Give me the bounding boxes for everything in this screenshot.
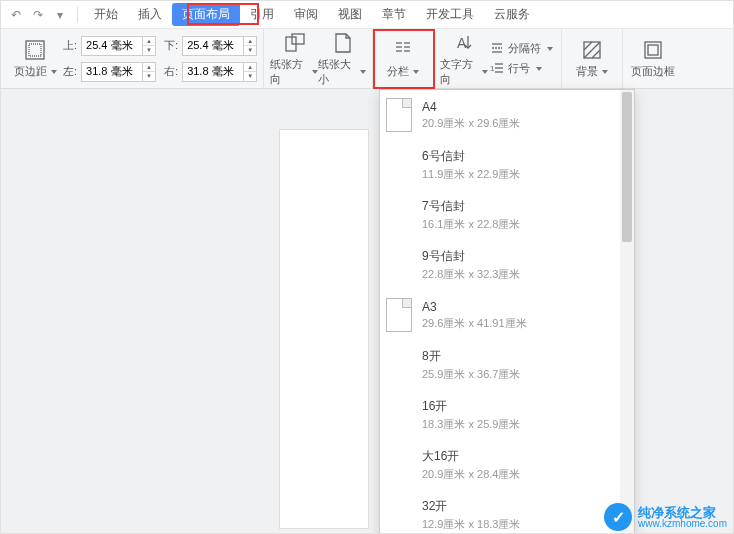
line-numbers-button[interactable]: 1 行号	[488, 61, 555, 77]
size-dimensions: 11.9厘米 x 22.9厘米	[422, 167, 520, 182]
text-direction-label: 文字方向	[440, 57, 478, 87]
text-direction-button[interactable]: A 文字方向	[440, 30, 488, 88]
svg-rect-1	[29, 44, 41, 56]
svg-text:1: 1	[490, 64, 495, 73]
page-icon	[386, 348, 412, 382]
size-dimensions: 22.8厘米 x 32.3厘米	[422, 267, 520, 282]
tab-page-layout[interactable]: 页面布局	[172, 3, 240, 26]
lineno-icon: 1	[490, 61, 504, 77]
paper-size-option[interactable]: A420.9厘米 x 29.6厘米	[380, 90, 634, 140]
caret-icon	[547, 47, 553, 51]
size-name: 16开	[422, 398, 520, 415]
margin-top-label: 上:	[63, 38, 77, 53]
caret-icon	[602, 70, 608, 74]
quick-more-icon[interactable]: ▾	[49, 4, 71, 26]
margins-label: 页边距	[14, 64, 47, 79]
svg-line-22	[592, 50, 600, 58]
background-button[interactable]: 背景	[568, 30, 616, 88]
paper-size-option[interactable]: 7号信封16.1厘米 x 22.8厘米	[380, 190, 634, 240]
background-label: 背景	[576, 64, 598, 79]
watermark-url: www.kzmhome.com	[638, 519, 727, 529]
size-name: A3	[422, 300, 527, 314]
page-icon	[386, 498, 412, 532]
columns-button[interactable]: 分栏	[379, 30, 427, 88]
size-dimensions: 18.3厘米 x 25.9厘米	[422, 417, 520, 432]
page-icon	[386, 248, 412, 282]
paper-size-option[interactable]: 32开12.9厘米 x 18.3厘米	[380, 490, 634, 534]
caret-icon	[51, 70, 57, 74]
size-name: 8开	[422, 348, 520, 365]
separator	[77, 7, 78, 23]
svg-line-20	[584, 42, 600, 58]
page-border-button[interactable]: 页面边框	[629, 30, 677, 88]
page-icon	[386, 448, 412, 482]
margin-bottom-input[interactable]: ▲▼	[182, 36, 257, 56]
paper-size-dropdown: A420.9厘米 x 29.6厘米6号信封11.9厘米 x 22.9厘米7号信封…	[379, 89, 635, 534]
watermark: ✓ 纯净系统之家 www.kzmhome.com	[604, 503, 727, 531]
svg-line-21	[584, 42, 592, 50]
size-name: 32开	[422, 498, 520, 515]
tab-references[interactable]: 引用	[240, 3, 284, 26]
margin-left-input[interactable]: ▲▼	[81, 62, 156, 82]
paper-size-icon	[330, 31, 354, 55]
paper-size-option[interactable]: 大16开20.9厘米 x 28.4厘米	[380, 440, 634, 490]
paper-size-option[interactable]: 16开18.3厘米 x 25.9厘米	[380, 390, 634, 440]
tab-devtools[interactable]: 开发工具	[416, 3, 484, 26]
page-icon	[386, 98, 412, 132]
orientation-label: 纸张方向	[270, 57, 308, 87]
size-name: 7号信封	[422, 198, 520, 215]
redo-icon[interactable]: ↷	[27, 4, 49, 26]
margin-right-input[interactable]: ▲▼	[182, 62, 257, 82]
svg-rect-24	[648, 45, 658, 55]
paper-size-button[interactable]: 纸张大小	[318, 30, 366, 88]
size-dimensions: 29.6厘米 x 41.91厘米	[422, 316, 527, 331]
paper-size-option[interactable]: 9号信封22.8厘米 x 32.3厘米	[380, 240, 634, 290]
page-icon	[386, 298, 412, 332]
columns-icon	[391, 38, 415, 62]
page-border-label: 页面边框	[631, 64, 675, 79]
paper-size-option[interactable]: 8开25.9厘米 x 36.7厘米	[380, 340, 634, 390]
margins-button[interactable]: 页边距	[11, 30, 59, 88]
tab-view[interactable]: 视图	[328, 3, 372, 26]
svg-rect-3	[292, 34, 304, 44]
breaks-label: 分隔符	[508, 41, 541, 56]
margins-icon	[23, 38, 47, 62]
size-dimensions: 20.9厘米 x 29.6厘米	[422, 116, 520, 131]
page-icon	[386, 198, 412, 232]
dropdown-scrollbar[interactable]	[620, 90, 634, 534]
tab-insert[interactable]: 插入	[128, 3, 172, 26]
size-dimensions: 16.1厘米 x 22.8厘米	[422, 217, 520, 232]
text-direction-icon: A	[452, 31, 476, 55]
size-name: 9号信封	[422, 248, 520, 265]
watermark-title: 纯净系统之家	[638, 506, 727, 519]
breaks-icon	[490, 41, 504, 57]
tab-cloud[interactable]: 云服务	[484, 3, 540, 26]
background-icon	[580, 38, 604, 62]
lineno-label: 行号	[508, 61, 530, 76]
size-dimensions: 20.9厘米 x 28.4厘米	[422, 467, 520, 482]
caret-icon	[536, 67, 542, 71]
margin-top-input[interactable]: ▲▼	[81, 36, 156, 56]
size-name: A4	[422, 100, 520, 114]
margin-bottom-label: 下:	[164, 38, 178, 53]
document-page	[279, 129, 369, 529]
size-name: 大16开	[422, 448, 520, 465]
paper-size-option[interactable]: A329.6厘米 x 41.91厘米	[380, 290, 634, 340]
size-name: 6号信封	[422, 148, 520, 165]
page-icon	[386, 398, 412, 432]
margin-right-label: 右:	[164, 64, 178, 79]
svg-text:A: A	[457, 35, 467, 51]
tab-sections[interactable]: 章节	[372, 3, 416, 26]
size-dimensions: 12.9厘米 x 18.3厘米	[422, 517, 520, 532]
paper-size-option[interactable]: 6号信封11.9厘米 x 22.9厘米	[380, 140, 634, 190]
undo-icon[interactable]: ↶	[5, 4, 27, 26]
paper-size-label: 纸张大小	[318, 57, 356, 87]
page-icon	[386, 148, 412, 182]
orientation-button[interactable]: 纸张方向	[270, 30, 318, 88]
caret-icon	[360, 70, 366, 74]
tab-start[interactable]: 开始	[84, 3, 128, 26]
breaks-button[interactable]: 分隔符	[488, 41, 555, 57]
watermark-logo-icon: ✓	[604, 503, 632, 531]
caret-icon	[413, 70, 419, 74]
tab-review[interactable]: 审阅	[284, 3, 328, 26]
